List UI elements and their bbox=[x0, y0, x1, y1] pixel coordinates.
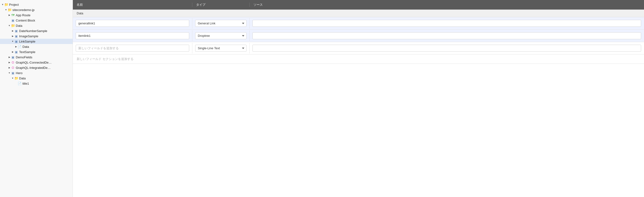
sidebar-item-textsample[interactable]: ▶▣TextSample bbox=[0, 49, 72, 55]
sidebar-item-data[interactable]: ▼📁Data bbox=[0, 23, 72, 28]
template-icon: ▣ bbox=[11, 19, 15, 22]
tree-toggle-icon[interactable]: ▼ bbox=[11, 77, 14, 80]
tree-item-label: App Route bbox=[16, 13, 30, 17]
graphql-icon: ⬡ bbox=[11, 61, 15, 64]
field-source-cell-0 bbox=[250, 18, 644, 29]
tree-item-label: sitecoredemo-jp bbox=[12, 8, 35, 12]
template-icon: ▣ bbox=[14, 34, 18, 38]
field-name-cell-0 bbox=[73, 18, 192, 29]
tree-toggle-icon[interactable]: ▶ bbox=[8, 66, 11, 69]
sidebar-item-title1[interactable]: 📄title1 bbox=[0, 81, 72, 86]
tree-toggle-icon[interactable]: ▼ bbox=[8, 71, 11, 75]
tree-toggle-icon[interactable]: ▶ bbox=[11, 29, 14, 33]
sidebar-item-datenumbersample[interactable]: ▶▣DateNumberSample bbox=[0, 28, 72, 34]
field-name-input-1[interactable] bbox=[76, 32, 189, 39]
tree-item-label: Project bbox=[9, 3, 19, 7]
field-source-cell-2 bbox=[250, 43, 644, 54]
tree-item-label: Data bbox=[19, 77, 26, 80]
field-source-input-2[interactable] bbox=[252, 45, 641, 52]
sidebar-item-linksample-data[interactable]: ▶📄Data bbox=[0, 44, 72, 49]
tree-item-label: TextSample bbox=[19, 50, 35, 54]
tree-toggle-icon[interactable]: ▼ bbox=[1, 3, 4, 6]
field-name-cell-1 bbox=[73, 30, 192, 41]
sidebar-item-imagesample[interactable]: ▶▣ImageSample bbox=[0, 34, 72, 39]
field-type-select-0[interactable]: Single-Line TextMulti-Line TextGeneral L… bbox=[195, 20, 246, 27]
folder-icon: 📁 bbox=[4, 3, 8, 7]
field-source-input-0[interactable] bbox=[252, 20, 641, 27]
field-source-cell-1 bbox=[250, 30, 644, 41]
tree-item-label: DateNumberSample bbox=[19, 29, 47, 33]
template-icon: ▣ bbox=[14, 29, 18, 33]
tree-toggle-icon[interactable]: ▶ bbox=[11, 50, 14, 54]
graphql-icon: ⬡ bbox=[11, 66, 15, 70]
table-body: Data Single-Line TextMulti-Line TextGene… bbox=[73, 10, 644, 197]
section-data: Data bbox=[73, 10, 644, 17]
field-name-input-0[interactable] bbox=[76, 20, 189, 27]
template-icon: ▣ bbox=[11, 55, 15, 59]
tree-toggle-icon[interactable] bbox=[14, 82, 18, 85]
tree-item-label: DemoFields bbox=[16, 56, 32, 59]
sidebar-item-linksample[interactable]: ▼▣LinkSample bbox=[0, 39, 72, 44]
template-icon: ▣ bbox=[14, 50, 18, 54]
sidebar-item-graphql-connected[interactable]: ▶⬡GraphQL-ConnectedDe… bbox=[0, 60, 72, 65]
field-type-cell-0: Single-Line TextMulti-Line TextGeneral L… bbox=[192, 18, 250, 29]
tree-toggle-icon[interactable]: ▶ bbox=[8, 61, 11, 64]
tree-item-label: Hero bbox=[16, 71, 22, 75]
tree-item-label: Data bbox=[16, 24, 22, 28]
folder-icon: 📁 bbox=[14, 76, 18, 80]
template-icon: ▣ bbox=[11, 71, 15, 75]
sidebar-item-graphql-integrated[interactable]: ▶⬡GraphQL-IntegratedDe… bbox=[0, 65, 72, 70]
field-type-cell-2: Single-Line TextMulti-Line TextGeneral L… bbox=[192, 43, 250, 54]
field-name-cell-2 bbox=[73, 43, 192, 54]
col-header-source: ソース bbox=[250, 3, 644, 7]
route-icon: 🗺 bbox=[11, 13, 15, 17]
tree-toggle-icon[interactable]: ▼ bbox=[11, 40, 14, 43]
tree-toggle-icon[interactable]: ▶ bbox=[11, 35, 14, 38]
col-header-type: タイプ bbox=[192, 3, 250, 7]
folder-icon: 📁 bbox=[8, 8, 12, 12]
tree-item-label: LinkSample bbox=[19, 40, 35, 43]
table-row: Single-Line TextMulti-Line TextGeneral L… bbox=[73, 17, 644, 30]
template-icon: ▣ bbox=[14, 40, 18, 43]
field-type-select-1[interactable]: Single-Line TextMulti-Line TextGeneral L… bbox=[195, 32, 246, 39]
tree-toggle-icon[interactable]: ▼ bbox=[8, 24, 11, 27]
field-type-select-2[interactable]: Single-Line TextMulti-Line TextGeneral L… bbox=[195, 45, 246, 52]
table-header: 名前 タイプ ソース bbox=[73, 0, 644, 10]
sidebar-item-project[interactable]: ▼📁Project bbox=[0, 2, 72, 7]
tree-item-label: Data bbox=[22, 45, 29, 49]
tree-toggle-icon[interactable]: ▼ bbox=[4, 8, 8, 12]
sidebar-item-sitecoredemo-jp[interactable]: ▼📁sitecoredemo-jp bbox=[0, 7, 72, 13]
sidebar-item-hero[interactable]: ▼▣Hero bbox=[0, 70, 72, 76]
tree-item-label: GraphQL-ConnectedDe… bbox=[16, 61, 52, 64]
tree-toggle-icon[interactable] bbox=[8, 19, 11, 22]
tree-item-label: title1 bbox=[22, 82, 29, 85]
tree-toggle-icon[interactable]: ▶ bbox=[8, 13, 11, 17]
tree-item-label: GraphQL-IntegratedDe… bbox=[16, 66, 51, 70]
add-section-row[interactable]: 新しいフィールド セクションを追加する bbox=[73, 55, 644, 64]
col-header-name: 名前 bbox=[73, 3, 192, 7]
sidebar-item-app-route[interactable]: ▶🗺App Route bbox=[0, 13, 72, 18]
folder-icon: 📁 bbox=[11, 24, 15, 28]
sidebar-item-content-block[interactable]: ▣Content Block bbox=[0, 18, 72, 23]
doc-icon: 📄 bbox=[18, 82, 22, 85]
sidebar-item-hero-data[interactable]: ▼📁Data bbox=[0, 76, 72, 81]
tree-item-label: Content Block bbox=[16, 19, 35, 22]
field-type-cell-1: Single-Line TextMulti-Line TextGeneral L… bbox=[192, 30, 250, 41]
doc-icon: 📄 bbox=[18, 45, 22, 49]
tree-toggle-icon[interactable]: ▶ bbox=[8, 56, 11, 59]
sidebar: ▼📁Project▼📁sitecoredemo-jp▶🗺App Route▣Co… bbox=[0, 0, 73, 197]
table-row: Single-Line TextMulti-Line TextGeneral L… bbox=[73, 30, 644, 42]
table-row: Single-Line TextMulti-Line TextGeneral L… bbox=[73, 42, 644, 55]
sidebar-item-demofields[interactable]: ▶▣DemoFields bbox=[0, 55, 72, 60]
tree-item-label: ImageSample bbox=[19, 35, 38, 38]
field-name-input-2[interactable] bbox=[76, 45, 189, 52]
main-content: 名前 タイプ ソース Data Single-Line TextMulti-Li… bbox=[73, 0, 644, 197]
field-source-input-1[interactable] bbox=[252, 32, 641, 39]
tree-toggle-icon[interactable]: ▶ bbox=[14, 45, 18, 48]
